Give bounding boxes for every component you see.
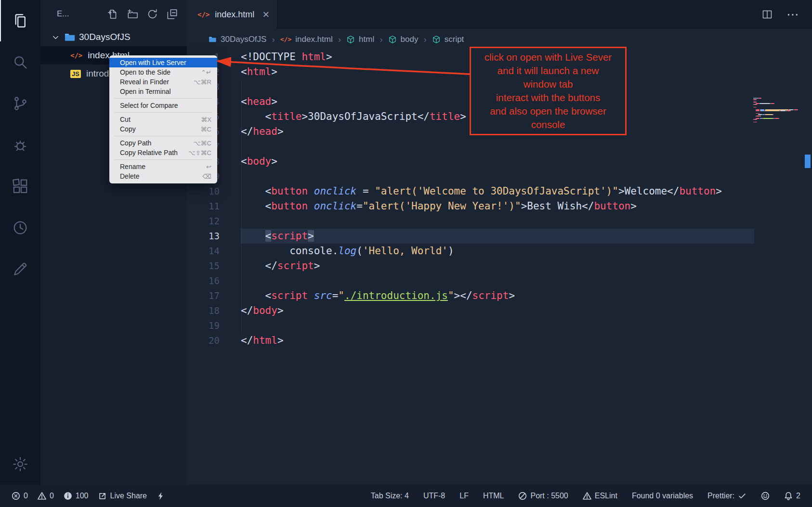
- folder-row-root[interactable]: 30DaysOfJS: [40, 28, 187, 46]
- code-text[interactable]: [241, 139, 754, 154]
- menu-item-reveal-in-finder[interactable]: Reveal in Finder⌥⌘R: [109, 77, 217, 87]
- status-bolt[interactable]: [157, 492, 165, 500]
- breadcrumb-separator: ›: [338, 34, 341, 45]
- status-notifications[interactable]: 2: [784, 492, 800, 500]
- activity-explorer-button[interactable]: [0, 0, 40, 41]
- breadcrumb-body[interactable]: body: [388, 35, 419, 44]
- code-text[interactable]: console.log('Hello, World'): [241, 244, 754, 259]
- code-text[interactable]: [241, 169, 754, 184]
- activity-edit-button[interactable]: [0, 248, 40, 290]
- code-text[interactable]: </body>: [241, 303, 754, 318]
- line-number: 17: [187, 288, 241, 303]
- menu-item-open-to-the-side[interactable]: Open to the Side⌃↵: [109, 67, 217, 77]
- status-eslint[interactable]: ESLint: [583, 492, 617, 500]
- cube-icon: [346, 35, 355, 44]
- code-text[interactable]: </html>: [241, 333, 754, 348]
- line-number: 19: [187, 318, 241, 333]
- code-line-18: 18</body>: [187, 303, 754, 318]
- status-eol[interactable]: LF: [459, 492, 469, 500]
- activity-bar: [0, 0, 40, 485]
- menu-item-open-with-live-server[interactable]: Open with Live Server: [109, 58, 217, 67]
- clock-icon: [12, 219, 29, 236]
- code-text[interactable]: [241, 318, 754, 333]
- source-control-icon: [12, 95, 29, 112]
- menu-item-delete[interactable]: Delete⌫: [109, 171, 217, 181]
- breadcrumb-html[interactable]: html: [346, 35, 374, 44]
- explorer-actions: [107, 8, 178, 20]
- annotation-text: click on open with Live Sever: [472, 51, 624, 64]
- line-number: 10: [187, 184, 241, 199]
- activity-extensions-button[interactable]: [0, 166, 40, 207]
- activity-debug-button[interactable]: [0, 124, 40, 166]
- menu-item-copy-path[interactable]: Copy Path⌥⌘C: [109, 138, 217, 148]
- menu-item-copy-relative-path[interactable]: Copy Relative Path⌥⇧⌘C: [109, 148, 217, 157]
- status-prettier[interactable]: Prettier:: [707, 492, 747, 500]
- status-left: 00100Live Share: [12, 492, 165, 500]
- close-icon[interactable]: ×: [262, 9, 269, 20]
- activity-source-control-button[interactable]: [0, 83, 40, 124]
- code-line-16: 16: [187, 273, 754, 288]
- collapse-all-button[interactable]: [166, 8, 178, 20]
- code-text[interactable]: [241, 273, 754, 288]
- refresh-button[interactable]: [146, 8, 158, 20]
- new-file-button[interactable]: [107, 8, 119, 20]
- minimap[interactable]: [753, 98, 801, 123]
- html-file-icon: </>: [70, 52, 82, 59]
- more-actions-icon[interactable]: ⋯: [786, 7, 799, 22]
- activity-clock-button[interactable]: [0, 207, 40, 248]
- code-text[interactable]: <body>: [241, 154, 754, 169]
- menu-item-cut[interactable]: Cut⌘X: [109, 115, 217, 124]
- activity-settings-button[interactable]: [0, 443, 40, 485]
- folder-icon: [64, 31, 76, 43]
- status-info[interactable]: 100: [64, 492, 89, 500]
- menu-item-open-in-terminal[interactable]: Open in Terminal: [109, 87, 217, 96]
- breadcrumb-index-html[interactable]: </>index.html: [280, 35, 333, 44]
- code-text[interactable]: <script>: [241, 229, 754, 244]
- scrollbar-marker[interactable]: [805, 155, 811, 168]
- explorer-header: E...: [40, 0, 187, 28]
- menu-item-copy[interactable]: Copy⌘C: [109, 124, 217, 134]
- edit-icon: [12, 260, 29, 278]
- annotation-text: window tab: [472, 78, 624, 91]
- breadcrumb-script[interactable]: script: [432, 35, 464, 44]
- breadcrumb-30daysofjs[interactable]: 30DaysOfJS: [208, 35, 266, 44]
- status-tab-size[interactable]: Tab Size: 4: [371, 492, 409, 500]
- status-variables[interactable]: Found 0 variables: [632, 492, 693, 500]
- status-warnings[interactable]: 0: [38, 492, 54, 500]
- code-line-7: 7: [187, 139, 754, 154]
- code-text[interactable]: </script>: [241, 259, 754, 273]
- code-text[interactable]: <button onclick = "alert('Welcome to 30D…: [241, 184, 754, 199]
- menu-item-select-for-compare[interactable]: Select for Compare: [109, 101, 217, 110]
- status-errors[interactable]: 0: [12, 492, 28, 500]
- menu-separator: [114, 98, 212, 99]
- line-number: 13: [187, 229, 241, 244]
- line-number: 20: [187, 333, 241, 348]
- line-number: 18: [187, 303, 241, 318]
- line-number: 14: [187, 244, 241, 259]
- check-icon: [738, 492, 747, 500]
- cube-icon: [432, 35, 441, 44]
- code-line-11: 11 <button onclick="alert('Happy New Yea…: [187, 199, 754, 214]
- breadcrumb-separator: ›: [380, 34, 382, 45]
- menu-separator: [114, 136, 212, 136]
- code-text[interactable]: <button onclick="alert('Happy New Year!'…: [241, 199, 754, 214]
- status-feedback[interactable]: [761, 492, 770, 500]
- code-line-14: 14 console.log('Hello, World'): [187, 244, 754, 259]
- activity-search-button[interactable]: [0, 41, 40, 83]
- status-encoding[interactable]: UTF-8: [423, 492, 445, 500]
- tab-index-html[interactable]: </>index.html×: [187, 0, 277, 29]
- status-language-mode[interactable]: HTML: [483, 492, 504, 500]
- status-live-share[interactable]: Live Share: [98, 492, 147, 500]
- menu-item-rename[interactable]: Rename↩: [109, 162, 217, 171]
- code-line-17: 17 <script src="./introduction.js"></scr…: [187, 288, 754, 303]
- error-icon: [12, 492, 20, 500]
- indent-guide: [241, 79, 242, 333]
- new-folder-button[interactable]: [127, 8, 139, 20]
- explorer-icon: [12, 12, 29, 29]
- smiley-icon: [761, 492, 770, 500]
- status-port[interactable]: Port : 5500: [518, 492, 568, 500]
- code-text[interactable]: [241, 214, 754, 229]
- code-text[interactable]: <script src="./introduction.js"></script…: [241, 288, 754, 303]
- split-editor-icon[interactable]: [761, 9, 773, 20]
- line-number: 16: [187, 273, 241, 288]
